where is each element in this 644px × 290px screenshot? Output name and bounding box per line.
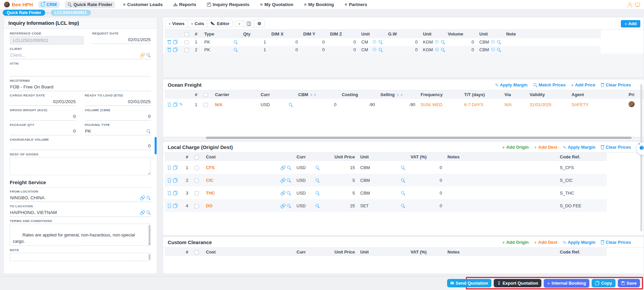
- note-textarea[interactable]: The price quote is temporarily calculate…: [10, 253, 151, 261]
- via-cell[interactable]: N/A: [502, 99, 527, 110]
- gw-unit-cell[interactable]: KGMⓘ: [420, 38, 445, 46]
- dimy-cell[interactable]: 0: [301, 46, 327, 54]
- search-icon[interactable]: [146, 129, 151, 133]
- user-icon[interactable]: [627, 2, 632, 7]
- save-button[interactable]: Save: [618, 279, 640, 287]
- send-quotation-button[interactable]: ✉ Send Quotation: [447, 279, 492, 287]
- unit-cell[interactable]: CBM: [358, 187, 408, 199]
- search-icon[interactable]: [288, 102, 293, 107]
- select-all-checkbox[interactable]: [184, 32, 189, 37]
- type-cell[interactable]: PK: [202, 38, 240, 46]
- copy-row-icon[interactable]: [173, 40, 177, 44]
- clear-prices-link[interactable]: Clear Prices: [601, 145, 631, 150]
- info-icon[interactable]: ⓘ: [373, 47, 377, 52]
- note-cell[interactable]: [503, 46, 601, 54]
- notes-cell[interactable]: [445, 199, 557, 212]
- link-icon[interactable]: [279, 203, 285, 209]
- notes-cell[interactable]: [445, 161, 557, 174]
- search-icon[interactable]: [497, 48, 501, 52]
- resize-handle[interactable]: [147, 171, 150, 174]
- info-icon[interactable]: ⓘ: [373, 40, 377, 45]
- link-icon[interactable]: [139, 52, 145, 58]
- cost-cell[interactable]: CFS: [203, 161, 294, 174]
- search-icon[interactable]: [378, 40, 383, 44]
- costing-cell[interactable]: -90: [339, 99, 378, 110]
- export-quotation-button[interactable]: ↧ Export Quotation: [494, 279, 541, 287]
- search-icon[interactable]: [233, 48, 238, 52]
- row-checkbox[interactable]: [204, 103, 208, 107]
- views-button[interactable]: ∨ Views: [165, 20, 188, 27]
- search-icon[interactable]: [315, 191, 320, 195]
- dimz-cell[interactable]: 0: [327, 38, 359, 46]
- nav-item-quick-rate-finder[interactable]: Quick Rate Finder: [65, 1, 115, 8]
- clear-prices-link[interactable]: Clear Prices: [601, 82, 631, 87]
- unit-price-cell[interactable]: 25: [322, 199, 358, 212]
- row-checkbox[interactable]: [195, 191, 199, 196]
- row-checkbox[interactable]: [195, 178, 199, 183]
- search-icon[interactable]: [441, 48, 445, 52]
- frequency-cell[interactable]: SUN/ WED: [418, 99, 462, 110]
- unit-cell[interactable]: CBM: [358, 161, 408, 174]
- delete-row-icon[interactable]: [167, 165, 171, 170]
- nav-item-reports[interactable]: Reports: [171, 1, 199, 8]
- columns-layout-button[interactable]: [244, 20, 254, 27]
- match-prices-link[interactable]: Match Prices: [533, 82, 566, 87]
- vat-cell[interactable]: 0: [408, 199, 445, 212]
- search-icon[interactable]: [287, 204, 291, 208]
- terms-textarea[interactable]: Rates are applied for general, non-hazar…: [10, 224, 151, 246]
- search-icon[interactable]: [401, 204, 405, 208]
- gw-unit-cell[interactable]: KGMⓘ: [420, 46, 445, 54]
- link-icon[interactable]: [139, 195, 145, 201]
- add-price-link[interactable]: +Add Price: [571, 82, 595, 88]
- clear-prices-link[interactable]: Clear Prices: [601, 240, 631, 245]
- search-icon[interactable]: [287, 191, 291, 195]
- note-cell[interactable]: [503, 38, 601, 46]
- cargo-ready-date-field[interactable]: 02/01/2025: [10, 98, 76, 106]
- volume-cell[interactable]: 0: [445, 46, 477, 54]
- notes-cell[interactable]: [445, 174, 557, 187]
- gross-weight-field[interactable]: 0: [10, 113, 76, 121]
- link-icon[interactable]: [279, 164, 285, 171]
- link-icon[interactable]: [139, 209, 145, 216]
- add-origin-link[interactable]: +Add Origin: [502, 145, 529, 150]
- delete-row-icon[interactable]: [167, 40, 171, 44]
- copy-row-icon[interactable]: [173, 178, 177, 183]
- copy-row-icon[interactable]: [173, 165, 177, 170]
- dimx-cell[interactable]: 0: [269, 38, 301, 46]
- row-checkbox[interactable]: [184, 40, 189, 45]
- package-qty-field[interactable]: 0: [10, 128, 76, 135]
- validity-cell[interactable]: 31/01/2025: [527, 99, 569, 110]
- vat-cell[interactable]: 0: [408, 161, 445, 174]
- search-icon[interactable]: [401, 191, 405, 195]
- dimx-cell[interactable]: 0: [269, 46, 301, 54]
- volume-cell[interactable]: 0: [445, 38, 477, 46]
- row-checkbox[interactable]: [195, 204, 199, 208]
- settings-button[interactable]: ⚙: [254, 20, 265, 27]
- client-field[interactable]: Client...: [10, 52, 151, 59]
- internal-booking-button[interactable]: + Internal Booking: [544, 279, 589, 288]
- agent-cell[interactable]: SAFETY: [569, 99, 626, 110]
- breadcrumb-root[interactable]: Quick Rate Finder: [3, 10, 45, 16]
- curr-cell[interactable]: USD: [294, 187, 322, 199]
- dimy-cell[interactable]: 0: [301, 38, 327, 46]
- ready-to-load-field[interactable]: 02/01/2025: [85, 98, 151, 106]
- search-icon[interactable]: [287, 165, 291, 170]
- qty-cell[interactable]: 1: [240, 46, 269, 54]
- chat-icon[interactable]: [635, 3, 640, 7]
- copy-row-icon[interactable]: [173, 191, 177, 195]
- to-location-field[interactable]: HAIPHONG, VIETNAM: [10, 209, 151, 217]
- search-icon[interactable]: [315, 204, 320, 208]
- vol-unit-cell[interactable]: CBMⓘ: [477, 38, 503, 46]
- search-icon[interactable]: [287, 178, 291, 183]
- unit-cell[interactable]: CBM: [358, 174, 408, 187]
- search-icon[interactable]: [315, 178, 320, 183]
- notes-cell[interactable]: [445, 187, 557, 199]
- info-icon[interactable]: ⓘ: [491, 40, 495, 45]
- add-dest-link[interactable]: +Add Dest: [534, 240, 557, 245]
- curr-cell[interactable]: USD: [294, 199, 322, 212]
- unit-price-cell[interactable]: 5: [322, 174, 358, 187]
- dimz-cell[interactable]: 0: [327, 46, 359, 54]
- vat-cell[interactable]: 0: [408, 187, 445, 199]
- dim-unit-cell[interactable]: CMⓘ: [359, 46, 385, 54]
- copy-button[interactable]: Copy: [592, 279, 615, 287]
